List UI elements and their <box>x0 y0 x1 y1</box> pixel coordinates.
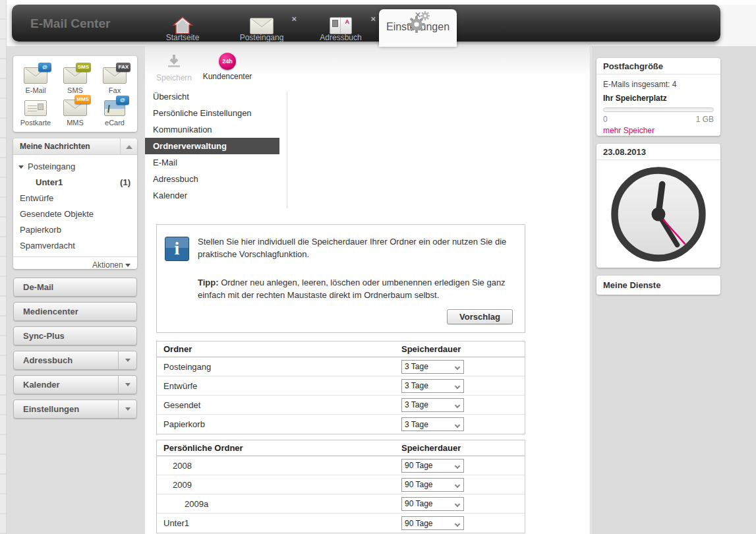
adressbuch-button[interactable]: Adressbuch <box>13 351 137 370</box>
info-tip: Tipp: Ordner neu anlegen, leeren, lösche… <box>198 276 514 301</box>
compose-fax[interactable]: FAX Fax <box>95 61 134 94</box>
storage-label: Ihr Speicherplatz <box>603 94 714 103</box>
tip-text: Ordner neu anlegen, leeren, löschen oder… <box>198 278 506 300</box>
dropdown-toggle[interactable] <box>118 351 136 369</box>
speicherdauer-select-papierkorb[interactable]: 3 Tage <box>401 419 464 429</box>
mediencenter-button[interactable]: Mediencenter <box>13 302 137 321</box>
tab-label: Posteingang <box>225 33 298 42</box>
arrow-down-icon <box>125 264 131 267</box>
nav-item-adressbuch[interactable]: Adressbuch <box>145 171 279 187</box>
syncplus-button[interactable]: Sync-Plus <box>13 326 137 345</box>
speicherdauer-select[interactable]: 90 Tage <box>401 478 464 492</box>
compose-postkarte[interactable]: Postkarte <box>16 94 55 127</box>
tab-adressbuch[interactable]: × A Adressbuch <box>305 9 377 46</box>
compose-shortcuts-card: @ E-Mail SMS SMS FAX Fax Postkarte MMS M… <box>13 56 137 132</box>
main-content-panel: Speichern 24h Kundencenter Übersicht Per… <box>145 46 591 534</box>
nav-divider <box>287 91 287 208</box>
storage-range: 0 1 GB <box>603 115 714 124</box>
info-box: i Stellen Sie hier individuell die Speic… <box>156 224 525 333</box>
folder-entwuerfe[interactable]: Entwürfe <box>13 191 137 206</box>
folder-gesendete-objekte[interactable]: Gesendete Objekte <box>13 206 137 222</box>
speicherdauer-select[interactable]: 90 Tage <box>401 516 464 530</box>
compose-email[interactable]: @ E-Mail <box>16 61 55 94</box>
folder-name: 2009 <box>157 480 401 490</box>
speicherdauer-select[interactable]: 90 Tage <box>401 497 464 511</box>
compose-mms[interactable]: MMS MMS <box>55 94 95 127</box>
compose-ecard[interactable]: @ eCard <box>95 94 134 127</box>
speicherdauer-select-2008[interactable]: 90 Tage <box>401 460 464 470</box>
speicherdauer-select-2009a[interactable]: 90 Tage <box>401 498 464 508</box>
panel-header: Meine Nachrichten <box>13 138 137 155</box>
sms-icon: SMS <box>63 67 87 84</box>
folder-unter1[interactable]: Unter1(1) <box>13 175 137 191</box>
speicherdauer-select[interactable]: 3 Tage <box>401 398 464 412</box>
dropdown-toggle[interactable] <box>118 400 136 418</box>
column-header-speicherdauer: Speicherdauer <box>401 440 525 456</box>
table-header: Ordner Speicherdauer <box>157 341 525 357</box>
app-title: E-Mail Center <box>30 16 110 31</box>
speicherdauer-select[interactable]: 3 Tage <box>401 379 464 393</box>
kundencenter-button[interactable]: 24h Kundencenter <box>199 53 256 81</box>
speicherdauer-select-unter1[interactable]: 90 Tage <box>401 518 464 528</box>
top-strip <box>7 0 756 5</box>
folder-posteingang[interactable]: Posteingang <box>13 159 137 175</box>
collapse-panel-button[interactable] <box>120 138 137 155</box>
demail-button[interactable]: De-Mail <box>13 278 137 297</box>
header-bar: E-Mail Center Startseite × Posteingang × <box>12 5 720 42</box>
speicherdauer-select-2009[interactable]: 90 Tage <box>401 479 464 489</box>
settings-nav: Übersicht Persönliche Einstellungen Komm… <box>145 88 279 204</box>
speicherdauer-select[interactable]: 3 Tage <box>401 417 464 431</box>
unread-count: (1) <box>120 175 131 191</box>
speicherdauer-select-gesendet[interactable]: 3 Tage <box>401 400 464 409</box>
tab-startseite[interactable]: Startseite <box>146 9 219 46</box>
expander-icon[interactable] <box>18 165 24 169</box>
range-min: 0 <box>603 115 608 124</box>
vorschlag-button[interactable]: Vorschlag <box>447 309 513 324</box>
tip-label: Tipp: <box>198 278 219 287</box>
speicherdauer-select-posteingang[interactable]: 3 Tage <box>401 361 464 371</box>
speicherdauer-select-entwuerfe[interactable]: 3 Tage <box>401 380 464 390</box>
folder-tree: Posteingang Unter1(1) Entwürfe Gesendete… <box>13 155 137 254</box>
table-row: 2008 90 Tage <box>157 456 525 475</box>
speicherdauer-select[interactable]: 3 Tage <box>401 360 464 374</box>
compose-sms[interactable]: SMS SMS <box>55 61 95 94</box>
postcard-icon <box>24 100 47 116</box>
info-icon: i <box>165 237 189 261</box>
system-folders-table: Ordner Speicherdauer Posteingang 3 Tage … <box>156 341 525 434</box>
folder-name: Gesendet <box>157 400 401 410</box>
browser-edge-strip <box>0 0 7 534</box>
nav-item-uebersicht[interactable]: Übersicht <box>145 88 279 105</box>
tab-posteingang[interactable]: × Posteingang <box>225 9 298 46</box>
speicherdauer-select[interactable]: 90 Tage <box>401 459 464 473</box>
arrow-down-icon <box>125 359 131 362</box>
nav-item-persoenliche-einstellungen[interactable]: Persönliche Einstellungen <box>145 105 279 121</box>
nav-item-email[interactable]: E-Mail <box>145 154 279 171</box>
meine-nachrichten-panel: Meine Nachrichten Posteingang Unter1(1) … <box>13 138 137 269</box>
mehr-speicher-link[interactable]: mehr Speicher <box>603 126 714 135</box>
folder-spamverdacht[interactable]: Spamverdacht <box>13 238 137 254</box>
arrow-up-icon <box>126 145 132 149</box>
einstellungen-button[interactable]: Einstellungen <box>13 400 137 419</box>
folder-name: 2008 <box>157 461 401 471</box>
table-row: Posteingang 3 Tage <box>157 357 525 376</box>
personal-folders-table: Persönliche Ordner Speicherdauer 2008 90… <box>156 440 525 533</box>
date-label: 23.08.2013 <box>596 144 720 160</box>
mms-icon: MMS <box>63 100 87 116</box>
nav-item-kalender[interactable]: Kalender <box>145 187 279 204</box>
folder-name: 2009a <box>157 499 401 509</box>
analog-clock-icon <box>596 160 720 264</box>
ecard-icon: @ <box>104 100 125 116</box>
dropdown-toggle[interactable] <box>118 376 136 394</box>
nav-item-ordnerverwaltung[interactable]: Ordnerverwaltung <box>145 138 279 154</box>
panel-title: Postfachgröße <box>596 58 720 74</box>
folder-papierkorb[interactable]: Papierkorb <box>13 222 137 238</box>
nav-item-kommunikation[interactable]: Kommunikation <box>145 121 279 138</box>
table-row: Entwürfe 3 Tage <box>157 376 525 396</box>
table-row: 2009 90 Tage <box>157 475 525 494</box>
aktionen-dropdown[interactable]: Aktionen <box>13 256 137 272</box>
kalender-button[interactable]: Kalender <box>13 375 137 394</box>
save-label: Speichern <box>154 73 194 82</box>
save-button[interactable]: Speichern <box>154 54 194 82</box>
tab-label: Startseite <box>146 33 219 42</box>
tab-einstellungen-active[interactable]: × Einstellungen <box>379 9 457 47</box>
